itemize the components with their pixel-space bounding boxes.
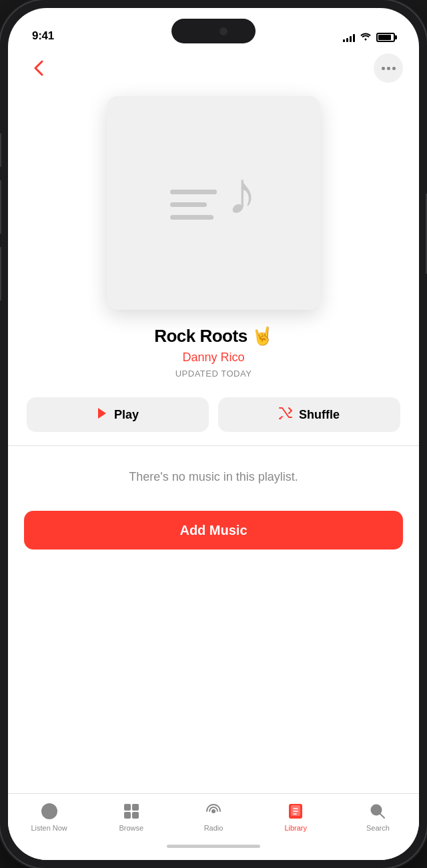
tab-listen-now[interactable]: Listen Now [8, 802, 90, 832]
tab-radio-label: Radio [204, 824, 224, 832]
tab-library-label: Library [284, 824, 307, 832]
empty-state: There's no music in this playlist. [8, 449, 419, 511]
play-icon [97, 407, 107, 422]
shuffle-button[interactable]: Shuffle [218, 397, 400, 432]
phone-frame: 9:41 [0, 0, 427, 868]
svg-point-8 [372, 805, 382, 815]
content-spacer [8, 550, 419, 793]
tab-browse[interactable]: Browse [90, 802, 172, 832]
back-button[interactable] [24, 53, 53, 83]
svg-rect-2 [132, 804, 139, 811]
play-button[interactable]: Play [27, 397, 209, 432]
play-button-label: Play [114, 408, 139, 422]
playlist-author[interactable]: Danny Rico [24, 351, 403, 365]
main-content: ♪ Rock Roots 🤘 Danny Rico UPDATED TODAY [8, 48, 419, 793]
tab-listen-now-label: Listen Now [31, 824, 67, 832]
volume-down-button [0, 247, 1, 300]
browse-icon [122, 802, 141, 821]
shuffle-button-label: Shuffle [299, 408, 340, 422]
music-placeholder-icon: ♪ [170, 163, 257, 243]
search-icon [368, 802, 387, 821]
volume-up-button [0, 180, 1, 234]
svg-rect-1 [124, 804, 131, 811]
svg-rect-3 [124, 812, 131, 819]
add-music-button[interactable]: Add Music [24, 511, 403, 550]
battery-icon [376, 33, 395, 42]
status-icons [343, 31, 395, 43]
dynamic-island [171, 19, 256, 43]
more-options-button[interactable] [374, 53, 403, 83]
front-camera [220, 27, 228, 35]
action-buttons: Play Shuffle [8, 384, 419, 443]
playlist-artwork: ♪ [107, 96, 320, 310]
signal-icon [343, 33, 355, 42]
status-time: 9:41 [32, 29, 54, 43]
phone-screen: 9:41 [8, 8, 419, 860]
svg-rect-4 [132, 812, 139, 819]
shuffle-icon [279, 407, 292, 423]
empty-state-message: There's no music in this playlist. [24, 470, 403, 484]
navigation-bar [8, 48, 419, 91]
volume-silent-button [0, 134, 1, 167]
playlist-updated: UPDATED TODAY [24, 369, 403, 379]
playlist-title: Rock Roots 🤘 [24, 326, 403, 347]
svg-point-5 [211, 809, 216, 813]
section-divider [8, 445, 419, 446]
add-music-label: Add Music [179, 523, 247, 538]
playlist-artwork-container: ♪ [8, 91, 419, 326]
listen-now-icon [40, 802, 59, 821]
library-icon [286, 802, 305, 821]
tab-radio[interactable]: Radio [172, 802, 254, 832]
radio-icon [204, 802, 223, 821]
tab-library[interactable]: Library [255, 802, 337, 832]
playlist-info: Rock Roots 🤘 Danny Rico UPDATED TODAY [8, 326, 419, 384]
wifi-icon [360, 31, 372, 43]
tab-browse-label: Browse [119, 824, 143, 832]
tab-bar: Listen Now Browse [8, 793, 419, 860]
home-indicator [167, 845, 260, 848]
tab-search[interactable]: Search [337, 802, 419, 832]
tab-search-label: Search [366, 824, 390, 832]
